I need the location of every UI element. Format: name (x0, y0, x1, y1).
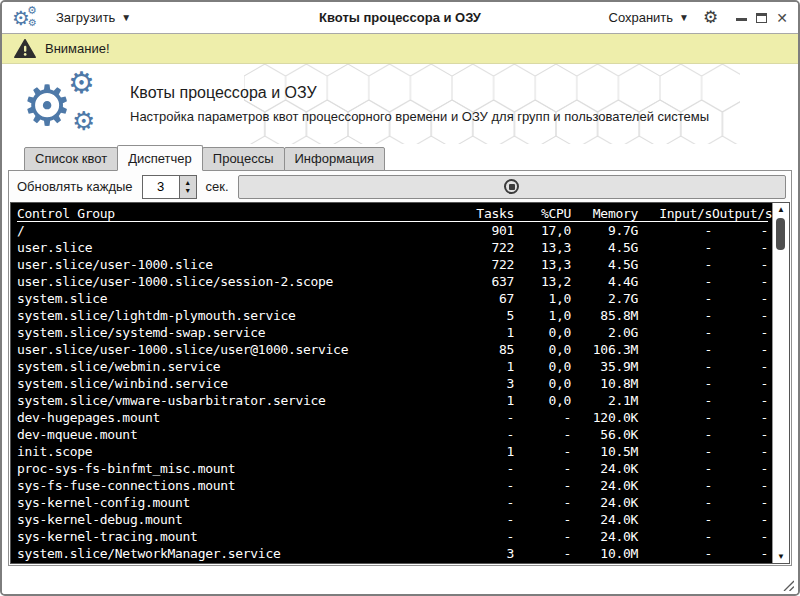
table-cell: 1,0 (514, 307, 571, 324)
table-cell: - (638, 426, 712, 443)
table-row[interactable]: system.slice/lightdm-plymouth.service51,… (17, 307, 768, 324)
scroll-up-icon[interactable]: ▲ (773, 203, 789, 216)
table-cell: 0,0 (514, 375, 571, 392)
spinner-down-icon[interactable]: ▼ (184, 187, 191, 195)
table-scrollbar[interactable]: ▲ ▼ (772, 203, 789, 563)
scrollbar-thumb[interactable] (776, 218, 785, 250)
table-cell: system.slice/lightdm-plymouth.service (17, 307, 442, 324)
load-button[interactable]: Загрузить ▼ (56, 10, 131, 25)
scroll-down-icon[interactable]: ▼ (773, 550, 789, 563)
table-row[interactable]: sys-fs-fuse-connections.mount--24.0K-- (17, 477, 768, 494)
table-cell: sys-fs-fuse-connections.mount (17, 477, 442, 494)
table-cell: - (712, 273, 768, 290)
table-cell: sys-kernel-debug.mount (17, 511, 442, 528)
tab-dispatcher[interactable]: Диспетчер (117, 145, 203, 171)
table-cell: - (638, 307, 712, 324)
table-cell: 901 (442, 222, 514, 239)
table-cell: - (638, 239, 712, 256)
table-cell: system.slice/winbind.service (17, 375, 442, 392)
table-cell: 106.3M (571, 341, 638, 358)
table-cell: - (514, 409, 571, 426)
table-row[interactable]: user.slice72213,34.5G-- (17, 239, 768, 256)
table-row[interactable]: system.slice/webmin.service10,035.9M-- (17, 358, 768, 375)
table-cell: - (638, 256, 712, 273)
table-cell: init.scope (17, 443, 442, 460)
table-cell: 10.8M (571, 375, 638, 392)
table-cell: 13,3 (514, 256, 571, 273)
table-cell: 0,0 (514, 358, 571, 375)
resize-grip-icon[interactable] (782, 579, 794, 591)
table-cell: dev-mqueue.mount (17, 426, 442, 443)
warning-icon (14, 39, 36, 59)
table-cell: 5 (442, 307, 514, 324)
table-cell: - (442, 511, 514, 528)
table-cell: system.slice/NetworkManager.service (17, 545, 442, 562)
minimize-icon[interactable] (736, 18, 747, 21)
table-cell: system.slice (17, 290, 442, 307)
scrollbar-track[interactable] (773, 216, 789, 550)
table-cell: 67 (442, 290, 514, 307)
table-cell: - (442, 426, 514, 443)
table-cell: - (514, 460, 571, 477)
table-cell: - (638, 222, 712, 239)
column-header-tasks: Tasks (442, 205, 514, 221)
maximize-icon[interactable] (756, 13, 767, 23)
table-row[interactable]: sys-kernel-config.mount--24.0K-- (17, 494, 768, 511)
save-button[interactable]: Сохранить ▼ (609, 10, 690, 25)
refresh-interval-label: Обновлять каждые (17, 179, 133, 194)
table-row[interactable]: user.slice/user-1000.slice/session-2.sco… (17, 273, 768, 290)
table-row[interactable]: dev-mqueue.mount--56.0K-- (17, 426, 768, 443)
column-header-memory: Memory (571, 205, 638, 221)
table-row[interactable]: system.slice/systemd-swap.service10,02.0… (17, 324, 768, 341)
settings-gear-icon[interactable]: ⚙ (703, 9, 718, 26)
table-row[interactable]: proc-sys-fs-binfmt_misc.mount--24.0K-- (17, 460, 768, 477)
warning-text: Внимание! (45, 41, 110, 56)
table-cell: - (442, 409, 514, 426)
table-row[interactable]: /90117,09.7G-- (17, 222, 768, 239)
table-row[interactable]: system.slice/winbind.service30,010.8M-- (17, 375, 768, 392)
table-row[interactable]: dev-hugepages.mount--120.0K-- (17, 409, 768, 426)
table-cell: 1,0 (514, 290, 571, 307)
table-cell: - (712, 511, 768, 528)
spinner-up-icon[interactable]: ▲ (184, 179, 191, 187)
table-row[interactable]: sys-kernel-tracing.mount--24.0K-- (17, 528, 768, 545)
table-row[interactable]: user.slice/user-1000.slice72213,34.5G-- (17, 256, 768, 273)
table-cell: 3 (442, 545, 514, 562)
table-cell: - (638, 324, 712, 341)
refresh-interval-input[interactable] (143, 176, 179, 198)
refresh-interval-spinner[interactable]: ▲ ▼ (142, 175, 197, 199)
table-cell: system.slice/vmware-usbarbitrator.servic… (17, 392, 442, 409)
stop-icon[interactable] (504, 179, 519, 194)
table-row[interactable]: sys-kernel-debug.mount--24.0K-- (17, 511, 768, 528)
refresh-unit-label: сек. (206, 179, 229, 194)
table-cell: - (638, 290, 712, 307)
table-cell: 10.5M (571, 443, 638, 460)
table-cell: 10.0M (571, 545, 638, 562)
table-cell: - (638, 273, 712, 290)
status-bar (2, 566, 798, 594)
table-cell: 35.9M (571, 358, 638, 375)
table-cell: - (514, 477, 571, 494)
table-row[interactable]: system.slice/vmware-usbarbitrator.servic… (17, 392, 768, 409)
close-icon[interactable]: ✕ (776, 11, 788, 25)
table-row[interactable]: system.slice/NetworkManager.service3-10.… (17, 545, 768, 562)
table-cell: user.slice/user-1000.slice/user@1000.ser… (17, 341, 442, 358)
refresh-progress-bar (238, 175, 786, 199)
table-cell: 1 (442, 392, 514, 409)
tab-quota-list[interactable]: Список квот (24, 147, 118, 171)
column-header-cpu: %CPU (514, 205, 571, 221)
page-title: Квоты процессора и ОЗУ (130, 84, 709, 102)
table-row[interactable]: system.slice671,02.7G-- (17, 290, 768, 307)
table-cell: - (712, 494, 768, 511)
table-row[interactable]: user.slice/user-1000.slice/user@1000.ser… (17, 341, 768, 358)
table-cell: 0,0 (514, 392, 571, 409)
tab-information[interactable]: Информация (284, 147, 386, 171)
table-cell: user.slice/user-1000.slice/session-2.sco… (17, 273, 442, 290)
table-cell: 24.0K (571, 460, 638, 477)
table-cell: 722 (442, 239, 514, 256)
table-cell: system.slice/systemd-swap.service (17, 324, 442, 341)
tab-processes[interactable]: Процессы (202, 147, 285, 171)
cgroup-table: Control Group Tasks %CPU Memory Input/s … (10, 202, 790, 564)
table-row[interactable]: init.scope1-10.5M-- (17, 443, 768, 460)
table-cell: 56.0K (571, 426, 638, 443)
